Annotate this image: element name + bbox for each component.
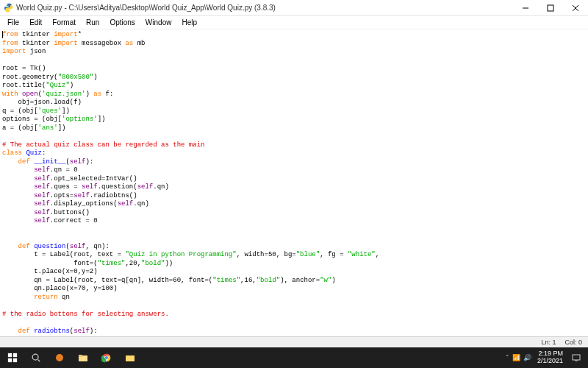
svg-rect-18 xyxy=(573,355,580,360)
svg-line-11 xyxy=(38,360,40,362)
svg-point-16 xyxy=(105,356,108,359)
menu-format[interactable]: Format xyxy=(48,17,80,28)
status-bar: Ln: 1 Col: 0 xyxy=(0,336,588,347)
svg-rect-9 xyxy=(13,358,17,362)
minimize-button[interactable] xyxy=(513,0,538,15)
svg-rect-8 xyxy=(8,358,12,362)
menu-help[interactable]: Help xyxy=(177,17,201,28)
status-col: Col: 0 xyxy=(564,339,582,346)
menu-file[interactable]: File xyxy=(3,17,24,28)
title-bar: World Quiz.py - C:\Users\Aditya\Desktop\… xyxy=(0,0,588,16)
taskbar-clock[interactable]: 2:19 PM 2/1/2021 xyxy=(537,350,563,365)
svg-point-10 xyxy=(32,354,38,360)
svg-rect-14 xyxy=(79,355,82,357)
taskbar: ˄ 📶 🔊 2:19 PM 2/1/2021 xyxy=(0,347,588,368)
menu-bar: File Edit Format Run Options Window Help xyxy=(0,16,588,29)
tray-wifi-icon[interactable]: 📶 xyxy=(512,354,520,361)
taskbar-search-icon[interactable] xyxy=(25,347,47,368)
maximize-button[interactable] xyxy=(538,0,563,15)
notifications-button[interactable] xyxy=(569,347,584,368)
svg-point-1 xyxy=(9,10,10,11)
svg-rect-17 xyxy=(126,355,135,361)
taskbar-chrome[interactable] xyxy=(96,347,118,368)
close-button[interactable] xyxy=(563,0,588,15)
menu-window[interactable]: Window xyxy=(141,17,176,28)
menu-options[interactable]: Options xyxy=(105,17,139,28)
menu-edit[interactable]: Edit xyxy=(25,17,46,28)
svg-point-12 xyxy=(56,354,63,361)
window-title: World Quiz.py - C:\Users\Aditya\Desktop\… xyxy=(16,4,513,12)
menu-run[interactable]: Run xyxy=(82,17,104,28)
status-line: Ln: 1 xyxy=(541,339,556,346)
svg-rect-7 xyxy=(13,353,17,357)
system-tray[interactable]: ˄ 📶 🔊 xyxy=(506,354,531,361)
tray-chevron-up-icon[interactable]: ˄ xyxy=(506,354,509,361)
taskbar-folder[interactable] xyxy=(119,347,141,368)
svg-rect-3 xyxy=(548,5,553,11)
tray-volume-icon[interactable]: 🔊 xyxy=(523,354,531,361)
svg-rect-6 xyxy=(8,353,12,357)
taskbar-file-explorer[interactable] xyxy=(72,347,94,368)
window-controls xyxy=(513,0,588,15)
python-idle-icon xyxy=(3,3,13,13)
start-button[interactable] xyxy=(1,347,24,368)
taskbar-app-1[interactable] xyxy=(49,347,71,368)
text-cursor xyxy=(2,31,3,38)
code-editor[interactable]: from tkinter import* from tkinter import… xyxy=(0,29,588,336)
svg-point-0 xyxy=(7,4,7,5)
clock-date: 2/1/2021 xyxy=(537,358,563,365)
